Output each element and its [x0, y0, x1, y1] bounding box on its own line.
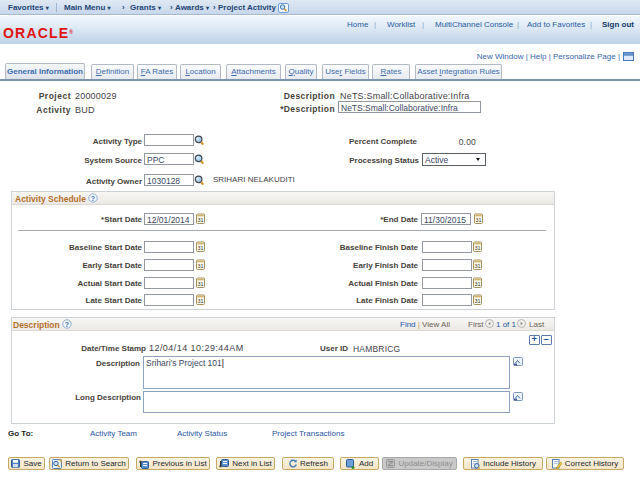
svg-text:31: 31 [475, 263, 481, 269]
svg-text:?: ? [65, 321, 69, 328]
svg-text:31: 31 [475, 245, 481, 251]
svg-text:?: ? [91, 195, 95, 202]
svg-text:31: 31 [198, 217, 204, 223]
svg-text:31: 31 [475, 281, 481, 287]
svg-text:31: 31 [198, 298, 204, 304]
svg-text:31: 31 [198, 281, 204, 287]
svg-text:31: 31 [198, 245, 204, 251]
svg-text:31: 31 [198, 263, 204, 269]
svg-text:31: 31 [476, 217, 482, 223]
svg-text:31: 31 [475, 298, 481, 304]
